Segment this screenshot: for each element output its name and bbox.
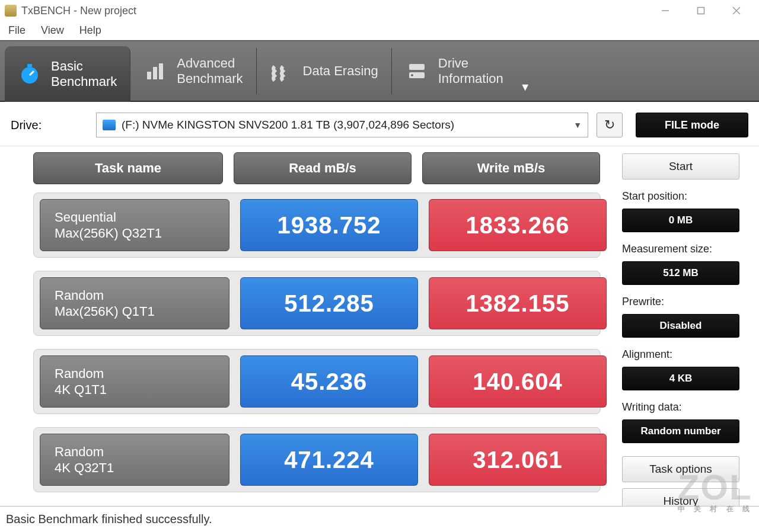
task-name-cell[interactable]: Random 4K Q32T1 (40, 434, 229, 486)
task-name-line1: Random (55, 366, 229, 382)
task-name-line2: 4K Q32T1 (55, 460, 229, 476)
task-name-line1: Sequential (55, 209, 229, 226)
minimize-button[interactable] (648, 0, 683, 21)
file-mode-button[interactable]: FILE mode (636, 113, 748, 137)
tab-label: Advanced Benchmark (177, 56, 243, 86)
content-body: Task name Read mB/s Write mB/s Sequentia… (0, 146, 759, 514)
app-icon (5, 5, 17, 17)
drive-row: Drive: (F:) NVMe KINGSTON SNVS200 1.81 T… (0, 102, 759, 146)
svg-rect-9 (159, 63, 163, 79)
task-name-cell[interactable]: Random Max(256K) Q1T1 (40, 277, 229, 329)
result-row: Random 4K Q1T1 45.236 140.604 (33, 349, 601, 414)
task-name-line2: 4K Q1T1 (55, 382, 229, 398)
measurement-size-value[interactable]: 512 MB (622, 261, 739, 285)
tab-data-erasing[interactable]: Data Erasing (257, 48, 392, 94)
results-rows: Sequential Max(256K) Q32T1 1938.752 1833… (33, 193, 601, 492)
status-text: Basic Benchmark finished successfully. (6, 512, 212, 526)
write-value: 140.604 (429, 355, 607, 408)
menubar: File View Help (0, 21, 759, 40)
write-value: 1833.266 (429, 199, 607, 251)
drive-device-icon (103, 120, 116, 130)
refresh-icon: ↻ (604, 117, 615, 133)
window-title: TxBENCH - New project (21, 5, 136, 17)
results-grid: Task name Read mB/s Write mB/s Sequentia… (33, 152, 601, 514)
refresh-button[interactable]: ↻ (597, 113, 623, 137)
writing-data-label: Writing data: (622, 401, 739, 414)
read-value: 471.224 (240, 434, 418, 486)
read-value: 512.285 (240, 277, 418, 329)
svg-rect-10 (409, 64, 425, 70)
tab-drive-information[interactable]: Drive Information (392, 48, 516, 94)
close-button[interactable] (719, 0, 754, 21)
drive-label: Drive: (11, 118, 88, 132)
task-name-line2: Max(256K) Q32T1 (55, 225, 229, 242)
chevron-down-icon: ▼ (573, 120, 582, 130)
svg-rect-1 (698, 8, 704, 14)
task-name-cell[interactable]: Sequential Max(256K) Q32T1 (40, 199, 229, 251)
header-write: Write mB/s (422, 152, 600, 184)
menu-help[interactable]: Help (79, 24, 101, 37)
bars-icon (143, 59, 167, 83)
svg-point-12 (411, 74, 413, 76)
tabstrip: Basic Benchmark Advanced Benchmark Data … (0, 40, 759, 102)
start-position-value[interactable]: 0 MB (622, 209, 739, 232)
header-read: Read mB/s (234, 152, 412, 184)
read-value: 1938.752 (240, 199, 418, 251)
drive-selected-text: (F:) NVMe KINGSTON SNVS200 1.81 TB (3,90… (122, 118, 454, 132)
task-name-line1: Random (55, 287, 229, 304)
start-position-label: Start position: (622, 190, 739, 203)
write-value: 1382.155 (429, 277, 607, 329)
writing-data-value[interactable]: Random number (622, 419, 739, 443)
read-value: 45.236 (240, 355, 418, 408)
write-value: 312.061 (429, 434, 607, 486)
task-name-line2: Max(256K) Q1T1 (55, 303, 229, 320)
erase-icon (270, 59, 294, 83)
titlebar: TxBENCH - New project (0, 0, 759, 21)
svg-rect-8 (153, 67, 157, 79)
prewrite-label: Prewrite: (622, 296, 739, 308)
menu-view[interactable]: View (41, 24, 64, 37)
alignment-label: Alignment: (622, 348, 739, 361)
measurement-size-label: Measurement size: (622, 243, 739, 255)
tab-label: Drive Information (438, 56, 503, 86)
menu-file[interactable]: File (8, 24, 25, 37)
prewrite-value[interactable]: Disabled (622, 314, 739, 338)
svg-rect-7 (147, 72, 151, 79)
tab-advanced-benchmark[interactable]: Advanced Benchmark (130, 48, 256, 94)
drive-select[interactable]: (F:) NVMe KINGSTON SNVS200 1.81 TB (3,90… (96, 113, 588, 137)
tab-label: Basic Benchmark (51, 59, 117, 89)
sidebar: Start Start position: 0 MB Measurement s… (622, 152, 739, 514)
task-options-button[interactable]: Task options (622, 456, 739, 482)
tab-label: Data Erasing (303, 63, 378, 78)
drive-icon (405, 59, 429, 83)
results-header: Task name Read mB/s Write mB/s (33, 152, 601, 184)
result-row: Random Max(256K) Q1T1 512.285 1382.155 (33, 271, 601, 336)
task-name-cell[interactable]: Random 4K Q1T1 (40, 355, 229, 408)
result-row: Sequential Max(256K) Q32T1 1938.752 1833… (33, 193, 601, 258)
header-task-name: Task name (33, 152, 223, 184)
alignment-value[interactable]: 4 KB (622, 367, 739, 390)
result-row: Random 4K Q32T1 471.224 312.061 (33, 427, 601, 492)
task-name-line1: Random (55, 444, 229, 460)
status-bar: Basic Benchmark finished successfully. (0, 506, 759, 532)
start-button[interactable]: Start (622, 153, 739, 180)
window-controls (648, 0, 754, 21)
maximize-button[interactable] (683, 0, 719, 21)
tab-basic-benchmark[interactable]: Basic Benchmark (5, 46, 130, 102)
svg-rect-5 (27, 64, 32, 67)
stopwatch-icon (18, 62, 42, 86)
tab-overflow-icon[interactable]: ▼ (520, 81, 535, 101)
